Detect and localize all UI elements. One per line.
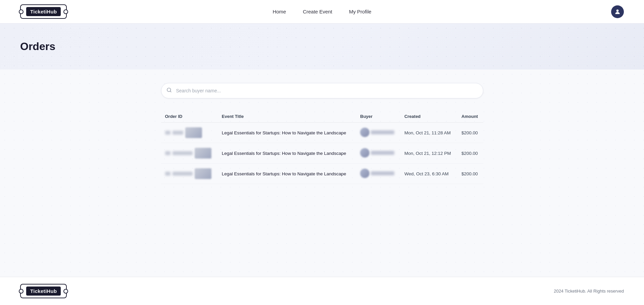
buyer-name — [371, 151, 394, 155]
logo-ticket-wrapper: TicketiHub — [20, 4, 67, 19]
order-id-cell — [161, 143, 218, 164]
order-id-part1 — [172, 151, 193, 155]
table-row[interactable]: Legal Essentials for Startups: How to Na… — [161, 143, 483, 164]
event-title-cell: Legal Essentials for Startups: How to Na… — [218, 143, 356, 164]
col-created: Created — [400, 111, 457, 123]
logo[interactable]: TicketiHub — [20, 4, 67, 19]
buyer-name — [371, 130, 394, 134]
buyer-avatar — [360, 128, 369, 137]
nav-home[interactable]: Home — [273, 9, 286, 14]
footer-logo-text: TicketiHub — [26, 287, 61, 296]
user-avatar[interactable] — [611, 5, 624, 18]
event-title-cell: Legal Essentials for Startups: How to Na… — [218, 164, 356, 184]
page-title: Orders — [20, 40, 624, 53]
svg-line-2 — [170, 91, 171, 92]
orders-table-container: Order ID Event Title Buyer Created Amoun… — [161, 111, 483, 184]
buyer-cell — [356, 164, 400, 184]
search-input[interactable] — [161, 83, 483, 98]
svg-point-0 — [616, 9, 619, 12]
table-row[interactable]: Legal Essentials for Startups: How to Na… — [161, 164, 483, 184]
hero-banner: Orders — [0, 24, 644, 70]
orders-table: Order ID Event Title Buyer Created Amoun… — [161, 111, 483, 184]
event-title-cell: Legal Essentials for Startups: How to Na… — [218, 123, 356, 143]
amount-cell: $200.00 — [457, 123, 483, 143]
col-amount: Amount — [457, 111, 483, 123]
logo-text: TicketiHub — [26, 7, 61, 16]
nav-my-profile[interactable]: My Profile — [349, 9, 371, 14]
created-cell: Wed, Oct 23, 6:30 AM — [400, 164, 457, 184]
nav-create-event[interactable]: Create Event — [303, 9, 332, 14]
navbar-right — [611, 5, 624, 18]
buyer-cell — [356, 143, 400, 164]
col-event-title: Event Title — [218, 111, 356, 123]
navbar: TicketiHub Home Create Event My Profile — [0, 0, 644, 24]
event-title-link[interactable]: Legal Essentials for Startups: How to Na… — [222, 171, 346, 176]
order-id-part1 — [172, 131, 183, 135]
table-body: Legal Essentials for Startups: How to Na… — [161, 123, 483, 184]
created-cell: Mon, Oct 21, 12:12 PM — [400, 143, 457, 164]
col-order-id: Order ID — [161, 111, 218, 123]
table-row[interactable]: Legal Essentials for Startups: How to Na… — [161, 123, 483, 143]
order-id-img — [195, 168, 211, 179]
footer: TicketiHub 2024 TicketiHub. All Rights r… — [0, 277, 644, 305]
amount-cell: $200.00 — [457, 164, 483, 184]
search-wrapper — [161, 83, 483, 98]
amount-cell: $200.00 — [457, 143, 483, 164]
order-id-hash — [165, 151, 170, 155]
nav-links: Home Create Event My Profile — [273, 9, 371, 14]
table-header-row: Order ID Event Title Buyer Created Amoun… — [161, 111, 483, 123]
col-buyer: Buyer — [356, 111, 400, 123]
main-content: Order ID Event Title Buyer Created Amoun… — [0, 70, 644, 277]
buyer-cell — [356, 123, 400, 143]
buyer-name — [371, 171, 394, 175]
buyer-avatar — [360, 169, 369, 178]
order-id-cell — [161, 164, 218, 184]
order-id-img — [185, 127, 202, 138]
created-cell: Mon, Oct 21, 11:28 AM — [400, 123, 457, 143]
order-id-hash — [165, 131, 170, 135]
buyer-avatar — [360, 148, 369, 158]
search-icon — [166, 87, 172, 94]
order-id-part1 — [172, 172, 193, 176]
order-id-cell — [161, 123, 218, 143]
event-title-link[interactable]: Legal Essentials for Startups: How to Na… — [222, 130, 346, 135]
table-header: Order ID Event Title Buyer Created Amoun… — [161, 111, 483, 123]
order-id-img — [195, 148, 211, 159]
footer-copyright: 2024 TicketiHub. All Rights reserved — [554, 289, 624, 294]
footer-logo: TicketiHub — [20, 284, 67, 298]
event-title-link[interactable]: Legal Essentials for Startups: How to Na… — [222, 151, 346, 156]
order-id-hash — [165, 172, 170, 176]
